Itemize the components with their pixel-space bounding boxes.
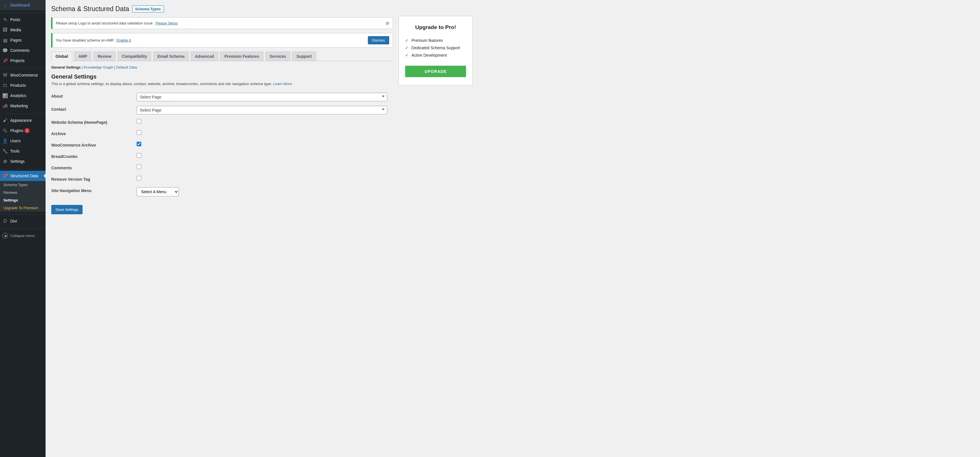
sidebar-item-woocommerce[interactable]: WWooCommerce [0,70,46,80]
sidebar-item-marketing[interactable]: 📣Marketing [0,101,46,111]
contact-label: Contact [51,103,137,117]
tab-global[interactable]: Global [51,51,72,61]
sidebar-label: Comments [10,48,30,52]
woo-archive-checkbox[interactable] [137,142,141,146]
sidebar-label: Settings [10,159,25,163]
sidebar-label: Tools [10,149,20,153]
tab-email-schema[interactable]: Email Schema [153,51,189,61]
upgrade-button[interactable]: UPGRADE [405,66,466,77]
sidebar-label: Appearance [10,118,32,123]
page-title: Schema & Structured Data [51,5,129,13]
tab-advanced[interactable]: Advanced [191,51,218,61]
collapse-menu[interactable]: ◀Collapse menu [0,230,46,241]
sidebar-item-plugins[interactable]: 🔌Plugins1 [0,125,46,136]
subnav-default-data[interactable]: Default Data [116,65,137,70]
sidebar-item-media[interactable]: 🖾Media [0,25,46,35]
dismiss-notice-icon[interactable]: ⊗ [385,21,389,26]
sidebar-item-pages[interactable]: ▤Pages [0,35,46,45]
notice-logo-setup: Please setup Logo to avoid structured da… [51,17,393,29]
sidebar-label: Divi [10,219,17,224]
sidebar-label: Users [10,138,21,143]
sidebar-item-comments[interactable]: 💬Comments [0,45,46,56]
plugins-icon: 🔌 [2,128,8,133]
tab-premium-features[interactable]: Premium Features [220,51,263,61]
submenu-reviews[interactable]: Reviews [0,189,46,196]
enable-it-link[interactable]: Enable it [116,38,131,43]
section-description: This is a global schema settings, to dis… [51,82,393,86]
section-heading: General Settings [51,73,393,80]
sidebar-label: Media [10,28,21,32]
about-select[interactable]: Select Page [137,93,387,101]
sidebar-label: Pages [10,38,22,43]
submenu: Schema Types Reviews Settings Upgrade To… [0,181,46,212]
sidebar-label: Analytics [10,93,26,98]
comment-icon: 💬 [2,48,8,53]
subnav-general[interactable]: General Settings [51,65,81,70]
breadcrumbs-label: BreadCrumbs [51,151,137,162]
admin-sidebar: ⌂Dashboard ✎Posts 🖾Media ▤Pages 💬Comment… [0,0,46,457]
dismiss-button[interactable]: Dismiss [368,36,390,44]
tab-support[interactable]: Support [292,51,316,61]
sidebar-item-divi[interactable]: DDivi [0,216,46,226]
website-schema-label: Website Schema (HomePage) [51,117,137,128]
website-schema-checkbox[interactable] [137,119,141,124]
schema-types-button[interactable]: Schema Types [132,5,164,13]
please-setup-link[interactable]: Please Setup [156,21,178,25]
sidebar-item-tools[interactable]: 🔧Tools [0,146,46,156]
collapse-label: Collapse menu [10,233,35,238]
sidebar-label: WooCommerce [10,73,38,78]
learn-more-link[interactable]: Learn More [273,82,292,86]
save-settings-button[interactable]: Save Settings [51,205,83,214]
tab-compatibility[interactable]: Compatibility [118,51,151,61]
submenu-upgrade[interactable]: Upgrade To Premium [0,204,46,212]
sidebar-item-users[interactable]: 👤Users [0,136,46,146]
submenu-schema-types[interactable]: Schema Types [0,181,46,189]
sidebar-label: Dashboard [10,3,30,7]
pin-icon: ✎ [2,17,8,22]
appearance-icon: 🖌 [2,117,8,123]
sidebar-item-structured-data[interactable]: 📌Structured Data [0,171,46,181]
remove-version-label: Remove Version Tag [51,174,137,185]
sidebar-item-analytics[interactable]: 📊Analytics [0,90,46,101]
sidebar-label: Plugins [10,129,23,133]
collapse-icon: ◀ [2,233,8,238]
sidebar-item-products[interactable]: 🗀Products [0,80,46,90]
sidebar-item-appearance[interactable]: 🖌Appearance [0,115,46,125]
subnav-knowledge-graph[interactable]: Knowledge Graph [84,65,113,70]
site-nav-label: Site Navigation Menu [51,185,137,198]
divi-icon: D [2,218,8,224]
sidebar-item-dashboard[interactable]: ⌂Dashboard [0,0,46,10]
contact-select[interactable]: Select Page [137,106,387,114]
breadcrumbs-checkbox[interactable] [137,153,141,158]
remove-version-checkbox[interactable] [137,176,141,181]
pro-feature: ✓Dedicated Schema Support [405,44,466,51]
sidebar-label: Posts [10,17,20,22]
notice-amp-disabled: You have disabled schema on AMP. Enable … [51,33,393,48]
tab-review[interactable]: Review [93,51,116,61]
check-icon: ✓ [405,53,409,57]
gauge-icon: ⌂ [2,2,8,8]
marketing-icon: 📣 [2,103,8,109]
sidebar-item-posts[interactable]: ✎Posts [0,14,46,25]
update-badge: 1 [24,128,30,133]
about-label: About [51,90,137,103]
comments-checkbox[interactable] [137,165,141,169]
page-icon: ▤ [2,37,8,43]
submenu-settings[interactable]: Settings [0,196,46,204]
tab-services[interactable]: Services [266,51,290,61]
structured-data-icon: 📌 [2,173,8,179]
tab-amp[interactable]: AMP [74,51,91,61]
sidebar-item-settings[interactable]: ⚙Settings [0,156,46,167]
archive-checkbox[interactable] [137,130,141,135]
woo-icon: W [2,72,8,78]
notice-text: Please setup Logo to avoid structured da… [56,21,178,25]
products-icon: 🗀 [2,83,8,88]
pro-feature: ✓Active Development [405,51,466,59]
site-nav-select[interactable]: Select A Menu [137,187,179,196]
media-icon: 🖾 [2,27,8,33]
sidebar-item-projects[interactable]: 📌Projects [0,56,46,66]
woo-archive-label: WooCommerce Archive [51,140,137,151]
pro-feature: ✓Premium features [405,37,466,44]
pro-title: Upgrade to Pro! [405,24,466,30]
settings-icon: ⚙ [2,159,8,164]
